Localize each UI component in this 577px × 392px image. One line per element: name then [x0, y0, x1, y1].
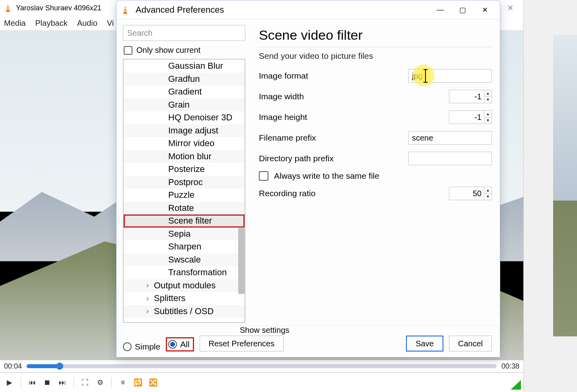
image-height-down-icon[interactable]: ▼	[484, 118, 492, 124]
only-show-current-checkbox[interactable]	[124, 46, 132, 55]
svg-marker-3	[123, 6, 127, 14]
menu-video[interactable]: Vi	[107, 19, 114, 28]
tree-item-label: Postproc	[168, 177, 203, 187]
close-icon[interactable]: ✕	[474, 2, 496, 18]
radio-simple[interactable]	[123, 342, 132, 351]
tree-item-label: Gradient	[168, 87, 202, 97]
tree-item-output-modules[interactable]: ›Output modules	[124, 279, 245, 292]
filename-prefix-input[interactable]	[408, 131, 492, 145]
chevron-right-icon: ›	[142, 307, 153, 315]
always-write-checkbox[interactable]	[259, 171, 268, 181]
tree-item-subtitles-osd[interactable]: ›Subtitles / OSD	[124, 305, 245, 318]
tree-item-gaussian-blur[interactable]: Gaussian Blur	[124, 60, 245, 73]
maximize-icon[interactable]: ▢	[451, 2, 474, 18]
vlc-cone-icon	[3, 3, 13, 13]
recording-ratio-up-icon[interactable]: ▲	[484, 187, 492, 194]
video-right-strip	[553, 35, 577, 336]
tree-item-hq-denoiser-3d[interactable]: HQ Denoiser 3D	[124, 111, 245, 124]
seek-slider[interactable]	[27, 364, 497, 368]
svg-rect-1	[7, 6, 9, 7]
tree-item-sepia[interactable]: Sepia	[124, 228, 245, 241]
search-placeholder: Search	[127, 29, 152, 38]
tree-item-label: Mirror video	[168, 138, 214, 149]
loop-icon[interactable]: 🔁	[132, 377, 144, 388]
search-input[interactable]: Search	[123, 25, 245, 41]
tree-scrollbar-thumb[interactable]	[238, 228, 245, 294]
recording-ratio-input[interactable]	[449, 187, 484, 200]
svg-rect-2	[6, 9, 10, 10]
tree-item-mirror-video[interactable]: Mirror video	[124, 137, 245, 150]
menu-audio[interactable]: Audio	[77, 19, 97, 28]
playlist-icon[interactable]: ≡	[117, 377, 128, 388]
tree-item-swscale[interactable]: Swscale	[124, 253, 245, 266]
fullscreen-icon[interactable]: ⛶	[80, 377, 91, 388]
image-width-up-icon[interactable]: ▲	[484, 90, 492, 97]
tree-item-label: Sharpen	[168, 241, 201, 252]
tree-item-transformation[interactable]: Transformation	[124, 266, 245, 279]
tree-item-gradient[interactable]: Gradient	[124, 85, 245, 98]
always-write-label: Always write to the same file	[274, 171, 379, 181]
tree-item-label: HQ Denoiser 3D	[168, 112, 232, 123]
tree-item-scene-filter[interactable]: Scene filter	[124, 214, 245, 228]
radio-all[interactable]	[168, 340, 177, 349]
menu-playback[interactable]: Playback	[35, 19, 67, 28]
minimize-icon[interactable]: —	[429, 2, 451, 18]
play-icon[interactable]: ▶	[4, 377, 15, 388]
tree-item-puzzle[interactable]: Puzzle	[124, 189, 245, 202]
reset-preferences-button[interactable]: Reset Preferences	[200, 336, 284, 351]
dir-prefix-input[interactable]	[408, 152, 492, 165]
image-height-label: Image height	[259, 112, 390, 122]
prev-icon[interactable]: ⏮	[27, 377, 38, 388]
stop-icon[interactable]: ⏹	[42, 377, 53, 388]
advanced-preferences-dialog: Advanced Preferences — ▢ ✕ Search Only s…	[116, 0, 500, 357]
tree-item-label: Transformation	[168, 267, 227, 278]
prefs-footer: Simple All Reset Preferences Save Cancel	[117, 325, 500, 357]
tree-item-image-adjust[interactable]: Image adjust	[124, 124, 245, 137]
image-width-input[interactable]	[449, 90, 484, 103]
show-settings-label: Show settings	[240, 326, 289, 335]
shuffle-icon[interactable]: 🔀	[148, 377, 159, 388]
section-title: Scene video filter	[259, 27, 492, 43]
tree-item-label: Grain	[168, 100, 190, 110]
tree-item-posterize[interactable]: Posterize	[124, 163, 245, 176]
vlc-close-icon[interactable]: ✕	[501, 3, 520, 13]
svg-rect-4	[124, 8, 126, 9]
tree-item-label: Sepia	[168, 229, 190, 239]
preferences-tree: Gaussian BlurGradfunGradientGrainHQ Deno…	[123, 59, 245, 323]
tree-item-splitters[interactable]: ›Splitters	[124, 292, 245, 305]
image-width-label: Image width	[259, 92, 390, 101]
recording-ratio-down-icon[interactable]: ▼	[484, 194, 492, 200]
tree-item-sharpen[interactable]: Sharpen	[124, 240, 245, 253]
tree-item-label: Gradfun	[168, 74, 200, 84]
save-button[interactable]: Save	[406, 336, 443, 351]
time-elapsed: 00:04	[4, 362, 22, 371]
only-show-current-label: Only show current	[136, 46, 200, 55]
image-height-up-icon[interactable]: ▲	[484, 111, 492, 118]
cancel-button[interactable]: Cancel	[449, 336, 492, 351]
tree-item-gradfun[interactable]: Gradfun	[124, 73, 245, 86]
image-format-input[interactable]	[408, 69, 492, 83]
playback-controls: ▶ ⏮ ⏹ ⏭ ⛶ ⚙ ≡ 🔁 🔀	[0, 372, 523, 392]
ext-settings-icon[interactable]: ⚙	[95, 377, 106, 388]
tree-item-rotate[interactable]: Rotate	[124, 202, 245, 215]
svg-rect-5	[124, 11, 127, 12]
tree-item-postproc[interactable]: Postproc	[124, 176, 245, 189]
section-subtitle: Send your video to picture files	[259, 51, 492, 61]
tree-item-grain[interactable]: Grain	[124, 98, 245, 112]
tree-item-label: Motion blur	[168, 151, 212, 162]
prefs-titlebar: Advanced Preferences — ▢ ✕	[117, 0, 500, 19]
tree-item-label: Scene filter	[168, 216, 212, 226]
prefs-window-title: Advanced Preferences	[136, 5, 224, 15]
menu-media[interactable]: Media	[4, 19, 25, 28]
svg-marker-0	[6, 4, 10, 12]
chevron-right-icon: ›	[142, 294, 153, 303]
tree-item-label: Swscale	[168, 255, 201, 265]
image-width-down-icon[interactable]: ▼	[484, 97, 492, 103]
tree-item-label: Splitters	[154, 293, 185, 303]
prefs-left-panel: Search Only show current Gaussian BlurGr…	[117, 19, 248, 325]
tree-item-motion-blur[interactable]: Motion blur	[124, 150, 245, 163]
image-height-input[interactable]	[449, 110, 484, 124]
radio-simple-label: Simple	[135, 342, 160, 351]
next-icon[interactable]: ⏭	[57, 377, 68, 388]
vlc-cone-icon	[120, 5, 130, 15]
